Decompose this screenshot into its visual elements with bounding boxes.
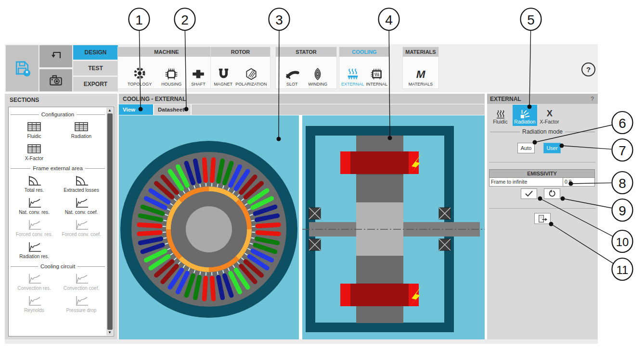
toolbar-item-cooling-external[interactable]: EXTERNAL (341, 67, 364, 87)
sections-item-label: Forced conv. res. (16, 232, 53, 237)
svg-text:2: 2 (181, 12, 189, 27)
toolbar-item-label: WINDING (308, 82, 327, 87)
scroll-thumb[interactable] (107, 113, 113, 330)
svg-text:M: M (416, 68, 426, 80)
sections-title: SECTIONS (5, 94, 117, 106)
sections-item-label: Pressure drop (66, 308, 97, 313)
toolbar-item-shaft[interactable]: SHAFT (191, 67, 206, 87)
curve-icon (73, 218, 90, 231)
materials-icon: M (413, 67, 428, 81)
restore-icon (548, 189, 556, 198)
callout-9: 9 (612, 199, 633, 221)
sections-item-nat-conv-coef[interactable]: Nat. conv. coef. (58, 195, 105, 217)
sections-item-label: Convection coef. (64, 286, 100, 291)
toolbar-item-label: SHAFT (191, 82, 206, 87)
emissivity-table-header: EMISSIVITY (489, 170, 594, 177)
polarization-icon (244, 67, 258, 81)
toolbar-item-label: HOUSING (161, 82, 181, 87)
curve-icon (26, 294, 42, 307)
winding-icon (310, 67, 325, 81)
sections-item-reynolds: Reynolds (11, 293, 58, 315)
callout-11: 11 (612, 258, 633, 280)
end-winding-top (340, 151, 422, 175)
radial-cross-section-view[interactable] (119, 115, 299, 339)
toolbar-item-cooling-internal[interactable]: INTERNAL (366, 67, 387, 87)
camera-icon (48, 72, 64, 88)
save-button[interactable]: * (6, 45, 39, 91)
motor-axial-drawing (302, 115, 485, 339)
external-properties-panel: EXTERNAL ? Fluidic (487, 94, 598, 339)
toolbar-item-slot[interactable]: SLOT (285, 67, 299, 87)
export-datasheet-button[interactable] (534, 213, 551, 224)
toolbar-item-materials[interactable]: M MATERIALS (409, 67, 433, 87)
svg-text:1: 1 (135, 12, 143, 27)
tab-radiation[interactable]: Radiation (513, 105, 537, 126)
svg-text:3: 3 (275, 12, 283, 27)
toolbar-item-winding[interactable]: WINDING (308, 67, 327, 87)
radiation-mode-user-button[interactable]: User (543, 143, 561, 153)
tab-view[interactable]: View (119, 104, 154, 115)
restore-button[interactable] (544, 188, 560, 199)
screenshot-button[interactable] (39, 69, 72, 91)
sections-item-radiation[interactable]: Radiation (58, 119, 105, 141)
topology-icon (132, 67, 147, 81)
sections-item-nat-conv-res[interactable]: Nat. conv. res. (11, 195, 58, 217)
scroll-down-icon[interactable]: ▼ (106, 330, 113, 336)
emissivity-row-label: Frame to infinite (489, 178, 563, 186)
cooling-internal-icon (370, 67, 384, 81)
sections-item-label: Extracted losses (64, 187, 99, 193)
toolbar-group-materials: MATERIALS M MATERIALS (402, 47, 439, 89)
cooling-external-icon (346, 67, 360, 81)
sections-item-label: Radiation res. (19, 254, 49, 259)
scroll-up-icon[interactable]: ▲ (106, 108, 113, 113)
toolbar-item-label: SLOT (286, 82, 298, 87)
test-mode-button[interactable]: TEST (73, 61, 118, 75)
sections-listbox: ConfigurationFluidicRadiationX-FactorFra… (8, 107, 114, 337)
radiation-mode-group: Radiation mode (490, 128, 595, 135)
callout-6: 6 (612, 112, 633, 134)
toolbar-item-polarization[interactable]: POLARIZATION (235, 67, 267, 87)
group-title: STATOR (276, 47, 336, 57)
sections-item-x-factor[interactable]: X-Factor (11, 141, 58, 163)
emissivity-value-field[interactable]: 0.8 (563, 178, 594, 186)
table-icon (26, 120, 42, 133)
radiation-mode-auto-button[interactable]: Auto (517, 143, 535, 153)
main-toolbar: * DESIGN TEST EXPORT MACHINE (5, 44, 598, 92)
help-button[interactable]: ? (581, 62, 595, 76)
sections-item-total-res[interactable]: Total res. (11, 173, 58, 195)
sections-group-label: Configuration (11, 112, 105, 117)
toolbar-item-housing[interactable]: HOUSING (161, 67, 181, 87)
panel-help-button[interactable]: ? (591, 96, 594, 102)
sections-group-label: Frame external area (11, 165, 105, 171)
sections-item-radiation-res[interactable]: Radiation res. (11, 239, 58, 261)
sections-item-label: Reynolds (24, 308, 44, 313)
sections-item-label: Nat. conv. coef. (65, 210, 98, 215)
sections-item-fluidic[interactable]: Fluidic (11, 119, 58, 141)
toolbar-item-label: MAGNET (214, 82, 232, 87)
sections-item-extracted-losses[interactable]: Extracted losses (58, 173, 105, 195)
callout-7: 7 (612, 139, 633, 161)
export-mode-button[interactable]: EXPORT (73, 77, 118, 91)
arc-icon (26, 174, 42, 187)
design-mode-button[interactable]: DESIGN (73, 45, 118, 60)
svg-text:4: 4 (385, 12, 393, 27)
check-icon (524, 190, 534, 198)
tab-x-factor[interactable]: X X-Factor (537, 105, 562, 126)
main-tab-row: View Datasheet (119, 104, 485, 115)
apply-button[interactable] (521, 188, 537, 199)
toolbar-group-cooling: COOLING EXTE (339, 47, 390, 89)
callout-8: 8 (612, 172, 633, 194)
toolbar-item-label: EXTERNAL (341, 82, 364, 87)
emissivity-table: EMISSIVITY Frame to infinite 0.8 (489, 169, 595, 187)
toolbar-item-magnet[interactable]: MAGNET (214, 67, 232, 87)
group-title: COOLING (339, 47, 389, 57)
tab-fluidic[interactable]: Fluidic (488, 105, 513, 126)
axial-cross-section-view[interactable] (302, 115, 485, 339)
curve-icon (26, 218, 42, 231)
sections-scrollbar[interactable]: ▲ ▼ (106, 108, 113, 336)
toolbar-group-stator: STATOR SLOT (275, 47, 337, 89)
tab-datasheet[interactable]: Datasheet (154, 104, 192, 115)
curve-icon (26, 240, 42, 253)
toolbar-item-topology[interactable]: TOPOLOGY (128, 67, 152, 87)
undo-button[interactable] (39, 45, 72, 67)
